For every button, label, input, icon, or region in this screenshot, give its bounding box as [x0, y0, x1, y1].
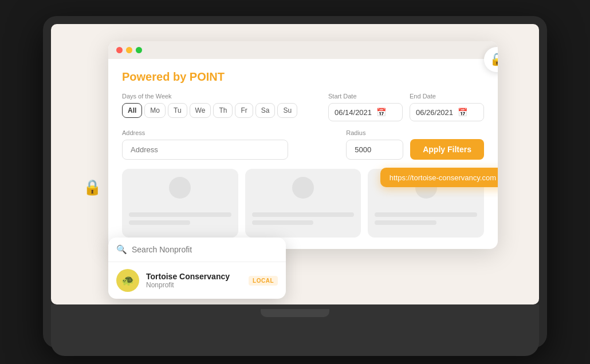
- filters-row-1: Days of the Week All Mo Tu We Th Fr Sa S…: [122, 93, 484, 121]
- day-mo-button[interactable]: Mo: [144, 103, 166, 118]
- card-line: [252, 220, 313, 225]
- laptop-screen: ★ 🔒 🔓 Powered by POINT: [51, 24, 539, 304]
- day-we-button[interactable]: We: [190, 103, 211, 118]
- url-tooltip: https://tortoise-conservancy.com ⧉: [380, 168, 498, 187]
- radius-group: Radius: [346, 129, 403, 160]
- browser-window: 🔓 Powered by POINT Days of the Week: [108, 41, 498, 249]
- day-all-button[interactable]: All: [122, 103, 142, 118]
- end-date-value: 06/26/2021: [416, 108, 453, 117]
- days-group: Days of the Week All Mo Tu We Th Fr Sa S…: [122, 93, 297, 121]
- search-nonprofit-input[interactable]: [132, 245, 278, 254]
- day-tu-button[interactable]: Tu: [168, 103, 187, 118]
- browser-titlebar: [108, 41, 498, 59]
- card-placeholder-1: [122, 169, 238, 238]
- search-icon: 🔍: [116, 244, 127, 255]
- laptop-base: [51, 304, 539, 356]
- start-date-input[interactable]: 06/14/2021 📅: [328, 103, 403, 121]
- day-su-button[interactable]: Su: [277, 103, 297, 118]
- end-date-group: End Date 06/26/2021 📅: [410, 93, 484, 121]
- nonprofit-dropdown: 🔍 🐢 Tortoise Conservancy Nonprofit LOCAL: [108, 238, 286, 299]
- end-date-label: End Date: [410, 93, 484, 100]
- filters-row-2: Address Radius Apply Filters: [122, 129, 484, 160]
- start-date-group: Start Date 06/14/2021 📅: [328, 93, 403, 121]
- address-label: Address: [122, 129, 339, 136]
- laptop-notch: [261, 309, 329, 317]
- search-bar: 🔍: [108, 238, 286, 262]
- start-date-calendar-icon: 📅: [376, 108, 386, 117]
- maximize-dot[interactable]: [136, 47, 142, 53]
- powered-by-heading: Powered by POINT: [122, 70, 484, 84]
- radius-input[interactable]: [346, 140, 403, 160]
- local-badge: LOCAL: [249, 276, 278, 286]
- end-date-calendar-icon: 📅: [458, 108, 467, 117]
- day-th-button[interactable]: Th: [213, 103, 233, 118]
- card-line: [129, 212, 231, 217]
- apply-filters-button[interactable]: Apply Filters: [410, 139, 484, 160]
- start-date-label: Start Date: [328, 93, 403, 100]
- nonprofit-list-item[interactable]: 🐢 Tortoise Conservancy Nonprofit LOCAL: [108, 262, 286, 299]
- close-dot[interactable]: [116, 47, 123, 53]
- day-buttons: All Mo Tu We Th Fr Sa Su: [122, 103, 297, 118]
- day-sa-button[interactable]: Sa: [255, 103, 276, 118]
- day-fr-button[interactable]: Fr: [235, 103, 253, 118]
- nonprofit-name: Tortoise Conservancy: [146, 272, 242, 281]
- nonprofit-info: Tortoise Conservancy Nonprofit: [146, 272, 242, 289]
- cards-area: https://tortoise-conservancy.com ⧉: [122, 169, 484, 238]
- address-group: Address: [122, 129, 339, 160]
- brand-name: POINT: [190, 70, 225, 83]
- card-placeholder-2: [245, 169, 361, 238]
- left-lock-icon: 🔒: [83, 179, 104, 201]
- days-label: Days of the Week: [122, 93, 297, 100]
- radius-label: Radius: [346, 129, 403, 136]
- card-line: [252, 212, 355, 217]
- browser-content: Powered by POINT Days of the Week All Mo…: [108, 59, 498, 249]
- address-input[interactable]: [122, 140, 288, 160]
- minimize-dot[interactable]: [126, 47, 132, 53]
- card-line: [375, 220, 436, 225]
- laptop-frame: ★ 🔒 🔓 Powered by POINT: [43, 16, 547, 348]
- nonprofit-logo: 🐢: [116, 269, 139, 292]
- card-line: [375, 212, 477, 217]
- card-line: [129, 220, 190, 225]
- end-date-input[interactable]: 06/26/2021 📅: [410, 103, 484, 121]
- nonprofit-type: Nonprofit: [146, 281, 242, 289]
- start-date-value: 06/14/2021: [335, 108, 372, 117]
- tooltip-url-text: https://tortoise-conservancy.com: [390, 173, 496, 182]
- date-fields: Start Date 06/14/2021 📅 End Date 06/26/2…: [328, 93, 484, 121]
- powered-by-prefix: Powered by: [122, 70, 190, 83]
